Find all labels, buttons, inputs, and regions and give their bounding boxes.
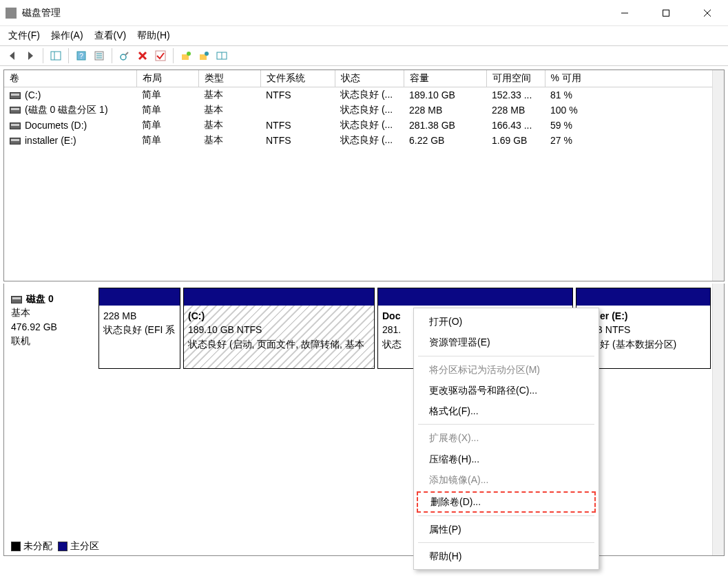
menu-separator: [418, 424, 594, 425]
minimize-button[interactable]: [604, 0, 645, 26]
action3-icon[interactable]: [214, 47, 230, 64]
volume-list: 卷 布局 类型 文件系统 状态 容量 可用空间 % 可用 (C:)简单基本NTF…: [3, 70, 725, 281]
context-menu: 打开(O) 资源管理器(E) 将分区标记为活动分区(M) 更改驱动器号和路径(C…: [413, 308, 599, 570]
menu-file[interactable]: 文件(F): [8, 30, 40, 42]
svg-text:?: ?: [79, 52, 83, 60]
ctx-extend: 扩展卷(X)...: [414, 427, 599, 448]
forward-button[interactable]: [22, 47, 39, 64]
help-icon[interactable]: ?: [73, 47, 90, 64]
volume-icon: [10, 138, 21, 145]
col-capacity[interactable]: 容量: [404, 70, 486, 87]
toolbar-separator: [112, 48, 112, 63]
toolbar-separator: [173, 48, 174, 63]
column-headers: 卷 布局 类型 文件系统 状态 容量 可用空间 % 可用: [4, 70, 724, 87]
svg-rect-4: [51, 52, 61, 60]
table-row[interactable]: (C:)简单基本NTFS状态良好 (...189.10 GB152.33 ...…: [4, 87, 724, 103]
action2-icon[interactable]: [196, 47, 212, 64]
refresh-icon[interactable]: [116, 47, 133, 64]
disk-state: 联机: [11, 334, 96, 348]
maximize-button[interactable]: [645, 0, 687, 26]
toolbar: ?: [0, 45, 728, 66]
show-hide-console-tree-icon[interactable]: [48, 47, 64, 64]
ctx-properties[interactable]: 属性(P): [414, 519, 599, 540]
volume-icon: [10, 92, 21, 99]
svg-point-20: [205, 52, 209, 56]
ctx-format[interactable]: 格式化(F)...: [414, 401, 599, 421]
partitions: 228 MB状态良好 (EFI 系(C:)189.10 GB NTFS状态良好 …: [98, 288, 720, 369]
content-area: 卷 布局 类型 文件系统 状态 容量 可用空间 % 可用 (C:)简单基本NTF…: [0, 66, 728, 559]
back-button[interactable]: [4, 47, 21, 64]
disk-type: 基本: [11, 306, 96, 319]
app-icon: [6, 8, 17, 19]
col-layout[interactable]: 布局: [136, 70, 198, 87]
window-title: 磁盘管理: [22, 7, 604, 19]
scrollbar[interactable]: [712, 70, 724, 281]
volume-icon: [10, 122, 21, 129]
volume-icon: [10, 107, 21, 114]
scrollbar[interactable]: [712, 284, 724, 555]
legend-black-swatch: [11, 542, 21, 551]
svg-point-12: [121, 54, 126, 60]
ctx-mark-active: 将分区标记为活动分区(M): [414, 359, 599, 380]
legend: 未分配 主分区: [11, 540, 99, 553]
toolbar-separator: [68, 48, 69, 63]
menubar: 文件(F) 操作(A) 查看(V) 帮助(H): [0, 26, 728, 45]
svg-point-18: [187, 52, 191, 56]
col-free[interactable]: 可用空间: [486, 70, 545, 87]
partition[interactable]: 228 MB状态良好 (EFI 系: [98, 288, 180, 369]
menu-separator: [418, 356, 594, 356]
col-volume[interactable]: 卷: [4, 70, 136, 87]
ctx-change-letter[interactable]: 更改驱动器号和路径(C)...: [414, 380, 599, 401]
ctx-open[interactable]: 打开(O): [414, 311, 599, 332]
check-icon[interactable]: [152, 47, 169, 64]
col-type[interactable]: 类型: [198, 70, 260, 87]
disk-panel: 磁盘 0 基本 476.92 GB 联机 228 MB状态良好 (EFI 系(C…: [3, 284, 725, 556]
legend-blue-swatch: [58, 542, 67, 551]
legend-unallocated: 未分配: [23, 540, 52, 551]
properties-icon[interactable]: [91, 47, 107, 64]
table-row[interactable]: (磁盘 0 磁盘分区 1)简单基本状态良好 (...228 MB228 MB10…: [4, 103, 724, 118]
titlebar: 磁盘管理: [0, 0, 728, 26]
disk-row: 磁盘 0 基本 476.92 GB 联机 228 MB状态良好 (EFI 系(C…: [8, 288, 720, 369]
disk-size: 476.92 GB: [11, 320, 96, 334]
legend-primary: 主分区: [70, 540, 99, 551]
svg-line-13: [125, 52, 128, 55]
col-fs[interactable]: 文件系统: [260, 70, 335, 87]
table-row[interactable]: Documets (D:)简单基本NTFS状态良好 (...281.38 GB1…: [4, 118, 724, 133]
window-controls: [604, 0, 728, 26]
partition[interactable]: (C:)189.10 GB NTFS状态良好 (启动, 页面文件, 故障转储, …: [183, 288, 375, 369]
close-button[interactable]: [687, 0, 728, 26]
menu-separator: [418, 515, 594, 516]
disk-icon: [11, 296, 22, 303]
ctx-shrink[interactable]: 压缩卷(H)...: [414, 449, 599, 469]
disk-info: 磁盘 0 基本 476.92 GB 联机: [8, 288, 98, 369]
ctx-delete-volume[interactable]: 删除卷(D)...: [417, 491, 596, 512]
menu-action[interactable]: 操作(A): [51, 30, 83, 42]
col-pct[interactable]: % 可用: [545, 70, 724, 87]
toolbar-separator: [43, 48, 43, 63]
table-row[interactable]: installer (E:)简单基本NTFS状态良好 (...6.22 GB1.…: [4, 133, 724, 148]
action1-icon[interactable]: [178, 47, 194, 64]
menu-help[interactable]: 帮助(H): [137, 30, 169, 42]
col-status[interactable]: 状态: [335, 70, 404, 87]
menu-separator: [418, 542, 594, 543]
delete-icon[interactable]: [134, 47, 151, 64]
menu-view[interactable]: 查看(V): [94, 30, 127, 42]
ctx-help[interactable]: 帮助(H): [414, 546, 599, 566]
ctx-mirror: 添加镜像(A)...: [414, 469, 599, 490]
svg-rect-1: [663, 10, 669, 16]
disk-label: 磁盘 0: [26, 293, 54, 304]
ctx-explorer[interactable]: 资源管理器(E): [414, 332, 599, 352]
